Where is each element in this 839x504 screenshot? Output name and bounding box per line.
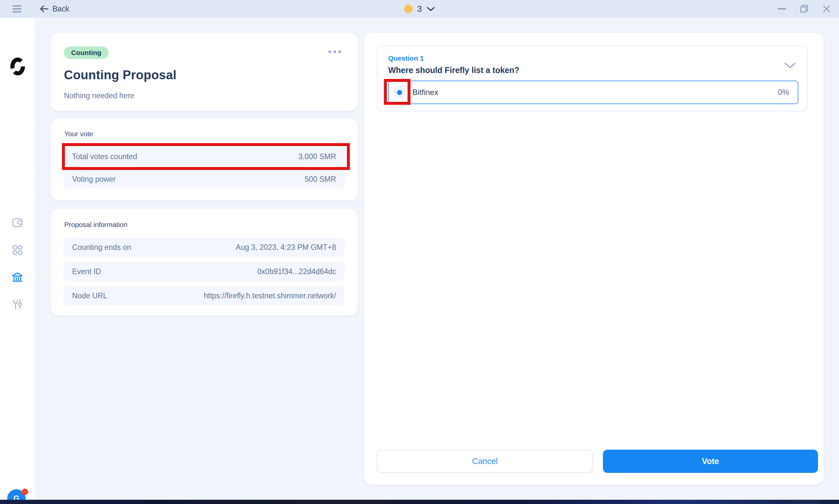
question-text: Where should Firefly list a token? <box>388 66 797 75</box>
row-label: Event ID <box>72 267 101 276</box>
settings-tools-icon <box>13 299 22 309</box>
question-accordion[interactable]: Question 1 Where should Firefly list a t… <box>377 46 807 111</box>
back-button[interactable]: Back <box>39 0 69 18</box>
sidebar-item-collectibles[interactable] <box>0 241 35 259</box>
question-eyebrow: Question 1 <box>388 54 797 62</box>
profile-number: 3 <box>417 4 422 14</box>
restore-button[interactable] <box>798 2 811 15</box>
collectibles-grid-icon <box>12 245 23 255</box>
shimmer-logo <box>10 56 25 78</box>
sidebar-item-governance[interactable] <box>0 268 35 286</box>
taskbar-item-outline <box>793 501 819 504</box>
proposal-summary-card: Counting Counting Proposal Nothing neede… <box>51 33 357 111</box>
voting-panel: Question 1 Where should Firefly list a t… <box>364 33 824 485</box>
proposal-description: Nothing needed here <box>64 91 342 100</box>
vote-button[interactable]: Vote <box>603 450 818 473</box>
cancel-button[interactable]: Cancel <box>377 450 593 473</box>
row-label: Counting ends on <box>72 243 131 252</box>
profile-switcher[interactable]: 3 <box>404 0 435 18</box>
sidebar: G <box>0 18 35 500</box>
row-value: 0x0b91f34...22d4d64dc <box>257 267 336 276</box>
answer-option-bitfinex[interactable]: Bitfinex 0% <box>388 80 798 104</box>
back-label: Back <box>52 4 69 14</box>
row-label: Total votes counted <box>72 152 137 161</box>
more-options-button[interactable] <box>327 49 342 54</box>
collapse-chevron-icon[interactable] <box>782 60 798 71</box>
voting-power-row: Voting power 500 SMR <box>64 169 345 188</box>
event-id-row: Event ID 0x0b91f34...22d4d64dc <box>64 262 345 281</box>
title-bar: Back 3 <box>0 0 839 18</box>
node-url-row: Node URL https://firefly.h.testnet.shimm… <box>64 286 345 305</box>
radio-selected-icon[interactable] <box>393 87 405 98</box>
notification-dot <box>22 489 28 495</box>
window-controls <box>775 0 833 18</box>
proposal-title: Counting Proposal <box>64 68 342 82</box>
minimize-button[interactable] <box>775 2 788 15</box>
row-label: Voting power <box>72 175 116 184</box>
status-badge: Counting <box>64 47 108 59</box>
sidebar-item-wallet[interactable] <box>0 214 35 232</box>
desktop-taskbar-edge <box>0 500 839 504</box>
proposal-information-card: Proposal information Counting ends on Au… <box>51 209 357 316</box>
back-arrow-icon <box>39 5 49 13</box>
your-vote-title: Your vote <box>64 130 345 138</box>
counting-ends-row: Counting ends on Aug 3, 2023, 4:23 PM GM… <box>64 238 345 257</box>
proposal-information-title: Proposal information <box>64 221 345 229</box>
wallet-icon <box>12 218 23 228</box>
sidebar-item-settings[interactable] <box>0 295 35 313</box>
your-vote-card: Your vote Total votes counted 3,000 SMR … <box>51 118 357 200</box>
option-label: Bitfinex <box>412 88 438 97</box>
close-button[interactable] <box>820 2 833 15</box>
total-votes-row: Total votes counted 3,000 SMR <box>64 147 345 166</box>
row-label: Node URL <box>72 291 107 300</box>
profile-status-dot <box>404 4 412 13</box>
governance-bank-icon <box>12 271 23 283</box>
hamburger-menu-icon[interactable] <box>13 4 22 13</box>
row-value: Aug 3, 2023, 4:23 PM GMT+8 <box>236 243 336 252</box>
option-percent: 0% <box>778 88 789 97</box>
row-value: https://firefly.h.testnet.shimmer.networ… <box>204 291 337 300</box>
chevron-down-icon <box>427 6 435 12</box>
row-value: 3,000 SMR <box>298 152 336 161</box>
row-value: 500 SMR <box>305 175 336 184</box>
